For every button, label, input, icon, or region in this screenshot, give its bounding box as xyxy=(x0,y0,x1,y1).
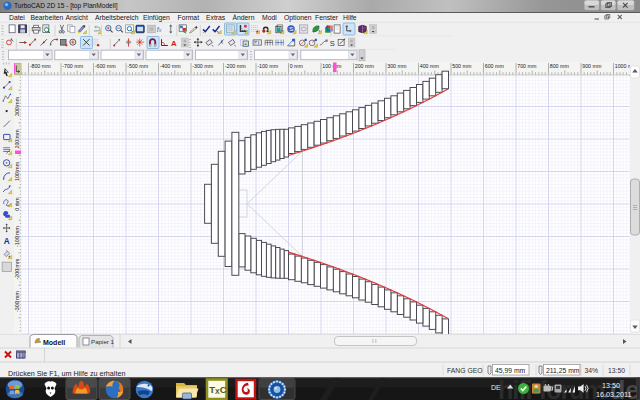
svg-text:-300 mm: -300 mm xyxy=(14,290,20,311)
svg-text:500 mm: 500 mm xyxy=(452,63,472,69)
svg-text:-500 mm: -500 mm xyxy=(127,63,148,69)
svg-text:13:50: 13:50 xyxy=(602,381,620,390)
svg-text:hifi-forum: hifi-forum xyxy=(498,376,605,400)
svg-text:13:50: 13:50 xyxy=(608,367,625,374)
svg-text:-200 mm: -200 mm xyxy=(14,258,20,279)
svg-text:700 mm: 700 mm xyxy=(517,63,537,69)
svg-text:-200 mm: -200 mm xyxy=(225,63,246,69)
svg-text:FANG: FANG xyxy=(447,367,466,374)
svg-text:800 mm: 800 mm xyxy=(550,63,570,69)
svg-text:300 mm: 300 mm xyxy=(387,63,407,69)
svg-text:300 mm: 300 mm xyxy=(14,96,20,116)
svg-text:0 mm: 0 mm xyxy=(290,63,304,69)
svg-text:900 mm: 900 mm xyxy=(582,63,602,69)
svg-text:DE: DE xyxy=(491,384,501,391)
svg-text:GEO: GEO xyxy=(468,367,483,374)
svg-text:fx: fx xyxy=(157,26,162,34)
svg-text:-400 mm: -400 mm xyxy=(160,63,181,69)
svg-text:-800 mm: -800 mm xyxy=(30,63,51,69)
svg-text:211,25 mm: 211,25 mm xyxy=(546,367,580,374)
svg-text:A: A xyxy=(171,39,177,48)
svg-text:200 mm: 200 mm xyxy=(355,63,375,69)
svg-text:-100 mm: -100 mm xyxy=(14,225,20,246)
svg-text:-100 mm: -100 mm xyxy=(257,63,278,69)
svg-text:0 mm: 0 mm xyxy=(14,197,20,211)
svg-text:400 mm: 400 mm xyxy=(420,63,440,69)
svg-text:45,99 mm: 45,99 mm xyxy=(495,367,526,374)
svg-text:16.03.2011: 16.03.2011 xyxy=(596,390,631,399)
svg-text:S: S xyxy=(289,26,293,32)
svg-text:100 mm: 100 mm xyxy=(322,63,342,69)
svg-text:Drücken Sie F1, um Hilfe zu er: Drücken Sie F1, um Hilfe zu erhalten xyxy=(8,369,125,378)
svg-text:600 mm: 600 mm xyxy=(485,63,505,69)
svg-text:100 mm: 100 mm xyxy=(14,161,20,181)
svg-text:200 mm: 200 mm xyxy=(14,129,20,149)
svg-text:-600 mm: -600 mm xyxy=(95,63,116,69)
svg-text:A: A xyxy=(4,237,10,246)
svg-text:Modell: Modell xyxy=(43,339,65,346)
svg-text:34%: 34% xyxy=(585,367,599,374)
svg-text:-700 mm: -700 mm xyxy=(62,63,83,69)
svg-text:S: S xyxy=(330,39,335,48)
svg-text:Papier 1: Papier 1 xyxy=(91,338,115,345)
svg-text:-300 mm: -300 mm xyxy=(192,63,213,69)
